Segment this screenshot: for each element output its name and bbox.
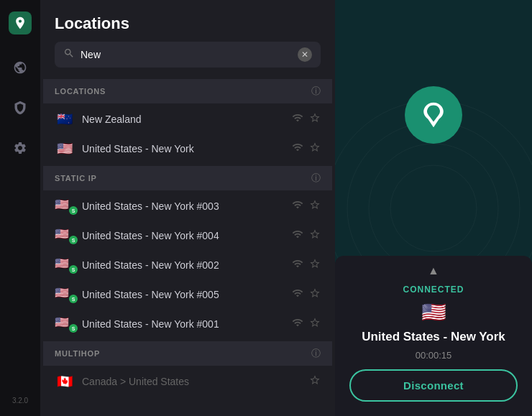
sidebar-item-locations[interactable] [7,55,33,80]
connected-time: 00:00:15 [416,350,452,361]
locations-list: LOCATIONS ⓘ 🇳🇿 New Zealand 🇺🇸 United Sta… [40,76,335,416]
app-logo [9,11,32,34]
favorite-icon[interactable] [309,112,321,126]
disconnect-button[interactable]: Disconnect [349,369,518,402]
favorite-icon[interactable] [309,142,321,156]
favorite-icon[interactable] [309,199,321,213]
location-actions [292,287,321,302]
flag-us: 🇺🇸 [55,142,75,156]
list-item[interactable]: 🇺🇸 S United States - New York #001 [43,310,332,338]
location-name: United States - New York #004 [82,230,292,241]
search-icon [63,47,75,62]
flag-us-static: 🇺🇸 S [55,228,75,243]
location-actions [292,142,321,156]
clear-search-button[interactable]: ✕ [298,47,312,62]
svg-point-0 [390,165,477,251]
chevron-up-icon[interactable]: ▲ [428,264,439,277]
favorite-icon[interactable] [309,317,321,331]
signal-icon[interactable] [292,287,303,302]
flag-new-zealand: 🇳🇿 [55,112,75,126]
flag-us-static: 🇺🇸 S [55,317,75,331]
signal-icon[interactable] [292,199,303,213]
location-name: United States - New York #001 [82,318,292,330]
section-title-static-ip: STATIC IP [55,174,97,182]
list-item[interactable]: 🇨🇦 Canada > United States [43,367,332,396]
favorite-icon[interactable] [309,228,321,243]
section-title-locations: LOCATIONS [55,87,106,96]
connected-location: United States - New York [362,330,505,344]
signal-icon[interactable] [292,142,303,156]
location-actions [292,258,321,272]
info-icon-multihop[interactable]: ⓘ [311,347,321,360]
location-name: New Zealand [82,114,292,125]
vpn-logo [405,86,462,144]
list-item[interactable]: 🇺🇸 S United States - New York #005 [43,280,332,309]
vpn-status-panel: ▲ CONNECTED 🇺🇸 United States - New York … [335,0,532,416]
search-bar[interactable]: ✕ [55,42,321,68]
search-input[interactable] [81,49,292,60]
section-header-multihop: MULTIHOP ⓘ [43,341,332,366]
sidebar: 3.2.0 [0,0,40,416]
signal-icon[interactable] [292,258,303,272]
flag-multihop: 🇨🇦 [55,374,75,389]
signal-icon[interactable] [292,228,303,243]
location-actions [309,374,321,389]
globe-icon [13,60,27,75]
info-icon-static-ip[interactable]: ⓘ [311,172,321,185]
flag-us-static: 🇺🇸 S [55,287,75,302]
svg-point-1 [369,144,498,273]
list-item[interactable]: 🇺🇸 S United States - New York #003 [43,192,332,221]
favorite-icon[interactable] [309,374,321,389]
logo-icon [13,16,27,30]
location-name: Canada > United States [82,376,309,387]
location-name: United States - New York #005 [82,289,292,300]
page-title: Locations [55,14,321,33]
list-item[interactable]: 🇺🇸 United States - New York [43,134,332,163]
section-header-locations: LOCATIONS ⓘ [43,79,332,103]
location-name: United States - New York [82,143,292,154]
panel-header: Locations ✕ [40,0,335,76]
location-actions [292,112,321,126]
list-item[interactable]: 🇺🇸 S United States - New York #004 [43,221,332,250]
locations-panel: Locations ✕ LOCATIONS ⓘ 🇳🇿 New Zealand [40,0,335,416]
flag-us-static: 🇺🇸 S [55,258,75,272]
section-header-static-ip: STATIC IP ⓘ [43,166,332,190]
favorite-icon[interactable] [309,258,321,272]
location-actions [292,228,321,243]
settings-icon [13,141,27,155]
connected-panel: ▲ CONNECTED 🇺🇸 United States - New York … [335,256,532,416]
location-actions [292,199,321,213]
list-item[interactable]: 🇳🇿 New Zealand [43,105,332,134]
signal-icon[interactable] [292,317,303,331]
sidebar-item-settings[interactable] [7,135,33,161]
location-actions [292,317,321,331]
signal-icon[interactable] [292,112,303,126]
sidebar-item-security[interactable] [7,95,33,121]
flag-us-static: 🇺🇸 S [55,199,75,213]
connected-flag: 🇺🇸 [421,300,446,324]
favorite-icon[interactable] [309,287,321,302]
section-title-multihop: MULTIHOP [55,349,100,358]
surfshark-icon [417,98,450,131]
location-name: United States - New York #002 [82,259,292,271]
connection-status: CONNECTED [403,285,464,295]
info-icon-locations[interactable]: ⓘ [311,85,321,98]
list-item[interactable]: 🇺🇸 S United States - New York #002 [43,251,332,279]
shield-icon [13,101,27,115]
location-name: United States - New York #003 [82,200,292,212]
version-label: 3.2.0 [12,397,28,405]
